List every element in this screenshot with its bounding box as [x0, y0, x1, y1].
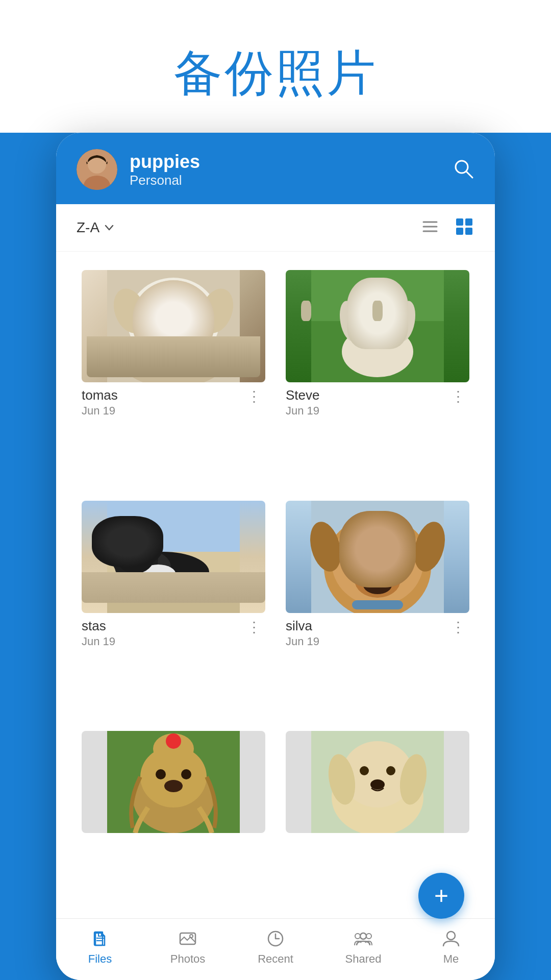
photo-thumbnail: [286, 501, 469, 613]
photo-meta: silva Jun 19: [286, 618, 319, 648]
list-item[interactable]: stas Jun 19 ⋮: [71, 493, 276, 723]
nav-label-me: Me: [443, 952, 459, 966]
photo-grid: tomas Jun 19 ⋮: [56, 252, 495, 918]
svg-point-13: [122, 336, 224, 382]
svg-point-74: [370, 779, 385, 790]
photo-info: tomas Jun 19 ⋮: [82, 387, 265, 418]
photo-meta: stas Jun 19: [82, 618, 115, 648]
svg-rect-10: [456, 228, 463, 235]
list-item[interactable]: tomas Jun 19 ⋮: [71, 262, 276, 493]
list-item[interactable]: silva Jun 19 ⋮: [276, 493, 480, 723]
svg-point-28: [363, 307, 370, 314]
search-icon: [452, 157, 474, 180]
photo-date: Jun 19: [286, 404, 320, 418]
svg-point-73: [386, 766, 395, 775]
svg-point-66: [166, 733, 181, 749]
svg-point-63: [181, 769, 191, 779]
svg-point-41: [129, 548, 136, 555]
svg-rect-9: [465, 218, 472, 226]
more-options-button[interactable]: ⋮: [447, 387, 469, 406]
list-item[interactable]: [71, 723, 276, 908]
svg-point-82: [355, 934, 360, 939]
me-icon: [441, 929, 461, 948]
more-options-button[interactable]: ⋮: [243, 618, 265, 636]
photo-date: Jun 19: [82, 635, 115, 648]
search-button[interactable]: [452, 157, 474, 182]
svg-point-54: [354, 553, 359, 558]
photo-thumbnail: [286, 731, 469, 833]
svg-line-4: [466, 172, 472, 178]
nav-label-shared: Shared: [345, 952, 382, 966]
more-options-button[interactable]: ⋮: [447, 618, 469, 636]
photo-info: silva Jun 19 ⋮: [286, 618, 469, 648]
photo-name: silva: [286, 618, 319, 634]
list-item[interactable]: Steve Jun 19 ⋮: [276, 262, 480, 493]
svg-point-43: [136, 528, 158, 557]
toolbar: Z-A: [56, 204, 495, 252]
nav-item-files[interactable]: Files: [69, 929, 131, 966]
svg-point-29: [385, 307, 392, 314]
svg-point-83: [366, 934, 371, 939]
svg-rect-31: [107, 501, 240, 552]
svg-rect-8: [456, 218, 463, 226]
nav-label-recent: Recent: [258, 952, 293, 966]
grid-view-button[interactable]: [454, 216, 474, 239]
shared-icon: [354, 929, 373, 948]
files-icon: [90, 929, 110, 948]
svg-point-79: [190, 935, 193, 938]
chevron-down-icon: [104, 222, 115, 233]
nav-label-files: Files: [88, 952, 112, 966]
list-view-icon: [420, 217, 440, 236]
nav-item-photos[interactable]: Photos: [157, 929, 218, 966]
svg-point-72: [360, 766, 369, 775]
nav-item-me[interactable]: Me: [420, 929, 482, 966]
svg-rect-11: [465, 228, 472, 235]
recent-icon: [266, 929, 285, 948]
list-view-button[interactable]: [420, 217, 440, 238]
photos-icon: [178, 929, 197, 948]
photo-name: tomas: [82, 387, 118, 403]
view-controls: [420, 216, 474, 239]
svg-point-14: [128, 278, 219, 364]
svg-point-55: [394, 553, 399, 558]
svg-point-15: [135, 280, 212, 352]
svg-point-81: [360, 933, 366, 939]
folder-subtitle: Personal: [130, 173, 440, 188]
add-button[interactable]: +: [418, 873, 464, 919]
photo-info: Steve Jun 19 ⋮: [286, 387, 469, 418]
photo-thumbnail: [286, 270, 469, 382]
folder-name: puppies: [130, 151, 440, 173]
svg-point-18: [187, 309, 195, 317]
photo-thumbnail: [82, 731, 265, 833]
nav-item-shared[interactable]: Shared: [333, 929, 394, 966]
more-options-button[interactable]: ⋮: [243, 387, 265, 406]
photo-info: stas Jun 19 ⋮: [82, 618, 265, 648]
photo-thumbnail: [82, 501, 265, 613]
svg-point-25: [349, 283, 406, 339]
svg-point-42: [132, 550, 136, 554]
sort-button[interactable]: Z-A: [77, 219, 115, 236]
photo-thumbnail: [82, 270, 265, 382]
svg-point-24: [347, 283, 408, 349]
phone-frame: puppies Personal Z-A: [56, 133, 495, 980]
nav-item-recent[interactable]: Recent: [245, 929, 306, 966]
svg-point-44: [184, 576, 209, 589]
svg-point-40: [116, 555, 131, 565]
svg-point-84: [447, 932, 455, 940]
svg-point-64: [164, 780, 183, 792]
header-text: puppies Personal: [130, 151, 440, 188]
svg-point-51: [369, 573, 386, 584]
svg-point-53: [391, 550, 405, 564]
svg-point-50: [363, 576, 392, 594]
svg-rect-33: [107, 582, 240, 613]
svg-point-16: [162, 328, 185, 345]
grid-view-icon: [454, 216, 474, 237]
svg-point-23: [342, 326, 413, 377]
nav-label-photos: Photos: [170, 952, 206, 966]
app-header: puppies Personal: [56, 133, 495, 204]
photo-meta: tomas Jun 19: [82, 387, 118, 418]
svg-point-52: [350, 550, 364, 564]
add-icon: +: [434, 884, 448, 908]
photo-date: Jun 19: [82, 404, 118, 418]
svg-point-45: [168, 579, 189, 589]
